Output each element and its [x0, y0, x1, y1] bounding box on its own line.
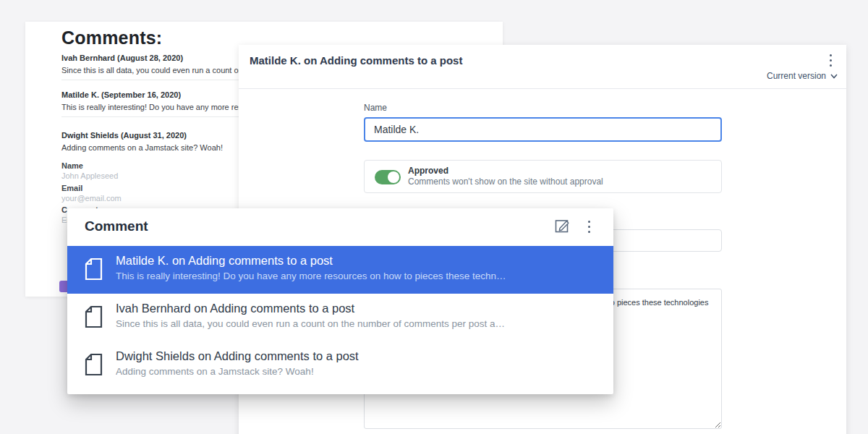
- document-icon: [85, 305, 103, 328]
- approved-label: Approved: [408, 166, 448, 176]
- editor-title: Matilde K. on Adding comments to a post: [250, 54, 462, 67]
- editor-menu-button[interactable]: [822, 51, 839, 69]
- item-preview: This is really interesting! Do you have …: [116, 271, 600, 281]
- comment-list-item[interactable]: Ivah Bernhard on Adding comments to a po…: [67, 294, 613, 341]
- blog-name-input[interactable]: John Appleseed: [61, 171, 118, 180]
- divider: [239, 88, 846, 89]
- blog-comment-body: Adding comments on a Jamstack site? Woah…: [61, 143, 223, 152]
- comment-list-item[interactable]: Matilde K. on Adding comments to a post …: [67, 246, 613, 294]
- comment-list-dialog: Comment Matilde K. on Adding comments to…: [67, 208, 613, 394]
- version-dropdown[interactable]: Current version: [767, 71, 838, 81]
- blog-comment-meta: Ivah Bernhard (August 28, 2020): [61, 54, 183, 62]
- comment-list-menu-button[interactable]: [580, 216, 597, 237]
- item-preview: Adding comments on a Jamstack site? Woah…: [116, 366, 600, 377]
- edit-icon: [553, 217, 571, 234]
- comment-list-item[interactable]: Dwight Shields on Adding comments to a p…: [67, 341, 613, 389]
- item-title: Dwight Shields on Adding comments to a p…: [116, 349, 359, 363]
- blog-comments-heading: Comments:: [61, 27, 162, 48]
- document-icon: [85, 353, 103, 376]
- approved-field: Approved Comments won't show on the site…: [364, 160, 722, 193]
- kebab-icon: [588, 221, 590, 233]
- comment-list-title: Comment: [85, 218, 148, 234]
- item-preview: Since this is all data, you could even r…: [116, 318, 600, 329]
- kebab-icon: [830, 54, 832, 67]
- blog-email-label: Email: [61, 184, 82, 192]
- document-icon: [85, 258, 103, 281]
- approved-description: Comments won't show on the site without …: [408, 176, 603, 187]
- name-input[interactable]: [364, 117, 722, 142]
- chevron-down-icon: [830, 74, 838, 79]
- blog-comment-meta: Dwight Shields (August 31, 2020): [61, 131, 187, 140]
- name-field-label: Name: [364, 103, 387, 113]
- item-title: Matilde K. on Adding comments to a post: [116, 254, 333, 268]
- blog-name-label: Name: [61, 161, 83, 170]
- blog-email-input[interactable]: your@email.com: [61, 194, 122, 203]
- version-label: Current version: [767, 71, 826, 81]
- blog-comment-meta: Matilde K. (September 16, 2020): [61, 90, 181, 99]
- toggle-knob: [388, 171, 399, 183]
- item-title: Ivah Bernhard on Adding comments to a po…: [116, 302, 354, 315]
- new-comment-button[interactable]: [552, 216, 572, 237]
- approved-toggle[interactable]: [375, 170, 401, 184]
